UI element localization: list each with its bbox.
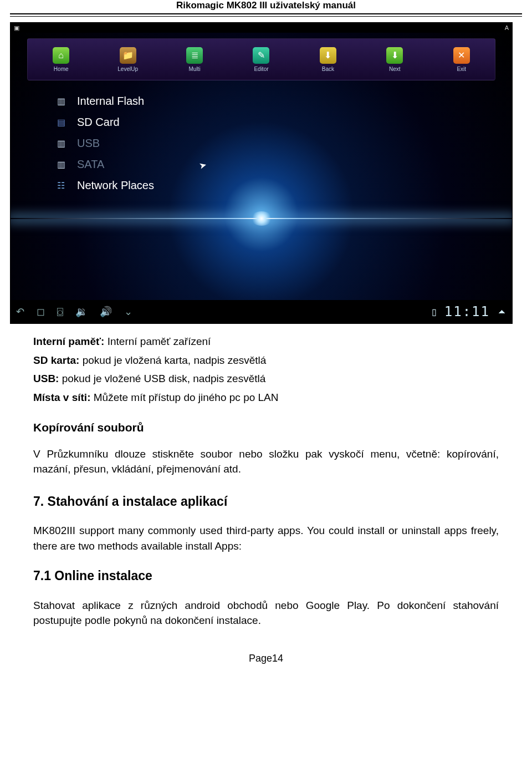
chapter-7-1-text: Stahovat aplikace z různých android obch…	[33, 598, 499, 628]
close-icon: ✕	[453, 47, 470, 64]
toolbar-home[interactable]: ⌂ Home	[43, 47, 79, 72]
usb-icon: ▥	[54, 137, 68, 149]
toolbar-exit[interactable]: ✕ Exit	[444, 47, 479, 72]
storage-sata[interactable]: ▥ SATA	[54, 154, 154, 175]
sata-icon: ▥	[54, 158, 68, 170]
def-internal: Interní paměť: Interní paměť zařízení	[33, 334, 499, 349]
storage-list: ▥ Internal Flash ▤ SD Card ▥ USB ▥ SATA …	[54, 90, 154, 196]
def-network: Místa v síti: Můžete mít přístup do jiné…	[33, 390, 499, 405]
toolbar-editor[interactable]: ✎ Editor	[243, 47, 279, 72]
chip-icon: ▥	[54, 95, 68, 107]
android-screenshot: ▣ A ⌂ Home 📁 LevelUp ≣ Multi ✎ Editor ⬇ …	[10, 22, 513, 324]
toolbar-label: Next	[377, 66, 412, 72]
storage-label: Internal Flash	[77, 95, 144, 108]
toolbar-label: Back	[310, 66, 346, 72]
storage-internal-flash[interactable]: ▥ Internal Flash	[54, 90, 154, 111]
sd-card-icon: ▤	[54, 116, 68, 128]
toolbar-label: Editor	[243, 66, 279, 72]
section-copy-text: V Průzkumníku dlouze stiskněte soubor ne…	[33, 446, 499, 477]
folder-up-icon: 📁	[120, 47, 136, 64]
home-icon: ⌂	[53, 47, 69, 64]
wifi-icon: ⏶	[498, 307, 507, 317]
storage-label: Network Places	[77, 179, 154, 192]
chapter-7-1-title: 7.1 Online instalace	[33, 567, 499, 585]
volume-down-icon[interactable]: 🔉	[75, 306, 88, 318]
page-header: Rikomagic MK802 III uživatelský manuál	[0, 0, 532, 13]
chapter-7-text: MK802III support many commonly used thir…	[33, 523, 499, 553]
toolbar-back[interactable]: ⬇ Back	[310, 47, 346, 72]
recents-icon[interactable]: ⌼	[57, 306, 63, 318]
divider-thick	[10, 13, 522, 14]
android-navbar: ↶ ◻ ⌼ 🔉 🔊 ⌄ ▯ 11:11 ⏶	[11, 300, 512, 323]
lens-flare-core	[250, 211, 273, 226]
toolbar-multi[interactable]: ≣ Multi	[177, 47, 212, 72]
divider-thin	[10, 16, 522, 17]
toolbar-label: Multi	[177, 66, 212, 72]
network-icon: ☷	[54, 179, 68, 191]
toolbar-label: LevelUp	[110, 66, 146, 72]
toolbar-next[interactable]: ⬇ Next	[377, 47, 412, 72]
next-arrow-icon: ⬇	[386, 47, 403, 64]
page-footer: Page14	[0, 653, 532, 668]
status-bar: ▣ A	[11, 23, 512, 33]
toolbar-levelup[interactable]: 📁 LevelUp	[110, 47, 146, 72]
sd-tray-icon: ▯	[432, 307, 437, 317]
def-sd: SD karta: pokud je vložená karta, nadpis…	[33, 353, 499, 368]
hide-bar-icon[interactable]: ⌄	[124, 306, 132, 318]
toolbar-label: Home	[43, 66, 79, 72]
storage-label: SD Card	[77, 116, 120, 129]
storage-label: SATA	[77, 158, 104, 171]
storage-network-places[interactable]: ☷ Network Places	[54, 175, 154, 196]
clock: 11:11	[444, 304, 490, 319]
toolbar-label: Exit	[444, 66, 479, 72]
file-manager-toolbar: ⌂ Home 📁 LevelUp ≣ Multi ✎ Editor ⬇ Back…	[27, 38, 495, 80]
back-arrow-icon: ⬇	[320, 47, 336, 64]
status-left-icon: ▣	[14, 24, 19, 32]
status-right-icon: A	[505, 24, 509, 31]
back-icon[interactable]: ↶	[16, 306, 24, 318]
storage-usb[interactable]: ▥ USB	[54, 133, 154, 154]
chapter-7-title: 7. Stahování a instalace aplikací	[33, 492, 499, 511]
storage-sd-card[interactable]: ▤ SD Card	[54, 111, 154, 133]
edit-icon: ✎	[253, 47, 269, 64]
home-nav-icon[interactable]: ◻	[37, 306, 45, 318]
list-icon: ≣	[186, 47, 203, 64]
section-copy-title: Kopírování souborů	[33, 419, 499, 436]
volume-up-icon[interactable]: 🔊	[100, 306, 112, 318]
def-usb: USB: pokud je vložené USB disk, nadpis z…	[33, 371, 499, 387]
storage-label: USB	[77, 137, 100, 150]
